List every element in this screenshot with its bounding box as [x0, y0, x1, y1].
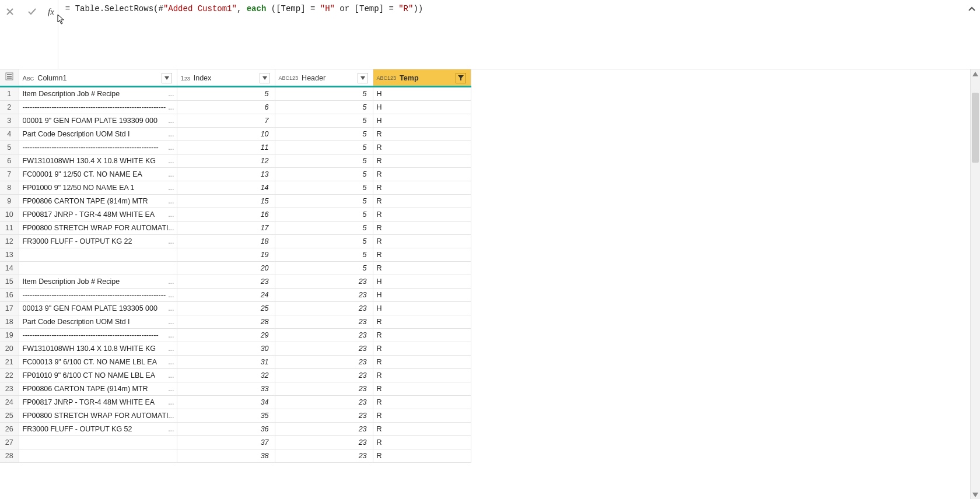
cell-header[interactable]: 5: [275, 154, 373, 168]
row-number[interactable]: 1: [0, 87, 19, 101]
row-number[interactable]: 21: [0, 356, 19, 369]
row-number[interactable]: 4: [0, 128, 19, 141]
cell-header[interactable]: 5: [275, 128, 373, 141]
column-header-index[interactable]: 123 Index: [177, 69, 275, 87]
cell-column1[interactable]: Part Code Description UOM Std I...: [19, 315, 177, 329]
fx-icon[interactable]: fx: [48, 7, 54, 17]
cell-header[interactable]: 23: [275, 315, 373, 329]
row-number[interactable]: 18: [0, 315, 19, 329]
cell-index[interactable]: 37: [177, 436, 275, 449]
row-number[interactable]: 11: [0, 222, 19, 235]
cell-index[interactable]: 29: [177, 329, 275, 342]
row-number[interactable]: 13: [0, 248, 19, 262]
cell-column1[interactable]: 00013 9" GEN FOAM PLATE 193305 000...: [19, 302, 177, 315]
table-row[interactable]: 9 FP00806 CARTON TAPE (914m) MTR ...155R: [0, 195, 471, 208]
cell-column1[interactable]: FW1310108WH 130.4 X 10.8 WHITE KG ...: [19, 342, 177, 356]
cell-temp[interactable]: H: [373, 289, 471, 302]
cell-temp[interactable]: R: [373, 208, 471, 222]
cell-column1[interactable]: FR3000 FLUFF - OUTPUT KG 22...: [19, 235, 177, 248]
cell-column1[interactable]: FP00817 JNRP - TGR-4 48M WHITE EA ...: [19, 396, 177, 409]
cell-index[interactable]: 32: [177, 369, 275, 382]
cell-header[interactable]: 23: [275, 436, 373, 449]
cell-temp[interactable]: R: [373, 128, 471, 141]
table-row[interactable]: 27 ...3723R: [0, 436, 471, 449]
row-number[interactable]: 8: [0, 181, 19, 195]
row-number[interactable]: 26: [0, 423, 19, 436]
table-row[interactable]: 12 FR3000 FLUFF - OUTPUT KG 22...185R: [0, 235, 471, 248]
cell-header[interactable]: 5: [275, 195, 373, 208]
cell-temp[interactable]: R: [373, 235, 471, 248]
cell-index[interactable]: 11: [177, 141, 275, 154]
cell-temp[interactable]: R: [373, 342, 471, 356]
table-row[interactable]: 10 FP00817 JNRP - TGR-4 48M WHITE EA ...…: [0, 208, 471, 222]
table-row[interactable]: 19 -------------------------------------…: [0, 329, 471, 342]
cell-temp[interactable]: R: [373, 382, 471, 396]
cell-header[interactable]: 23: [275, 275, 373, 289]
table-row[interactable]: 13 ...195R: [0, 248, 471, 262]
table-row[interactable]: 18 Part Code Description UOM Std I...282…: [0, 315, 471, 329]
row-number[interactable]: 5: [0, 141, 19, 154]
cell-temp[interactable]: R: [373, 423, 471, 436]
cell-index[interactable]: 19: [177, 248, 275, 262]
cell-header[interactable]: 23: [275, 382, 373, 396]
cell-header[interactable]: 23: [275, 409, 373, 423]
row-number[interactable]: 2: [0, 101, 19, 114]
cell-index[interactable]: 38: [177, 449, 275, 463]
table-row[interactable]: 14 ...205R: [0, 262, 471, 275]
cell-temp[interactable]: R: [373, 315, 471, 329]
table-row[interactable]: 11 FP00800 STRETCH WRAP FOR AUTOMATI ...…: [0, 222, 471, 235]
cell-column1[interactable]: Item Description Job # Recipe...: [19, 275, 177, 289]
table-row[interactable]: 23 FP00806 CARTON TAPE (914m) MTR ...332…: [0, 382, 471, 396]
cell-column1[interactable]: Part Code Description UOM Std I...: [19, 128, 177, 141]
cell-temp[interactable]: R: [373, 356, 471, 369]
table-row[interactable]: 21 FC00013 9" 6/100 CT. NO NAME LBL EA .…: [0, 356, 471, 369]
cell-header[interactable]: 5: [275, 168, 373, 181]
row-number[interactable]: 25: [0, 409, 19, 423]
table-row[interactable]: 15Item Description Job # Recipe...2323H: [0, 275, 471, 289]
cell-column1[interactable]: FP00800 STRETCH WRAP FOR AUTOMATI ...: [19, 409, 177, 423]
row-number[interactable]: 20: [0, 342, 19, 356]
cell-index[interactable]: 36: [177, 423, 275, 436]
table-row[interactable]: 6 FW1310108WH 130.4 X 10.8 WHITE KG ...1…: [0, 154, 471, 168]
cell-temp[interactable]: R: [373, 396, 471, 409]
cell-temp[interactable]: R: [373, 449, 471, 463]
table-row[interactable]: 26 FR3000 FLUFF - OUTPUT KG 52...3623R: [0, 423, 471, 436]
row-number[interactable]: 16: [0, 289, 19, 302]
cell-temp[interactable]: R: [373, 369, 471, 382]
table-row[interactable]: 5 --------------------------------------…: [0, 141, 471, 154]
vertical-scrollbar[interactable]: [970, 69, 980, 499]
cell-header[interactable]: 23: [275, 356, 373, 369]
cell-index[interactable]: 16: [177, 208, 275, 222]
formula-input[interactable]: = Table.SelectRows(#"Added Custom1", eac…: [58, 0, 964, 69]
cell-index[interactable]: 35: [177, 409, 275, 423]
cell-column1[interactable]: ...: [19, 248, 177, 262]
cell-column1[interactable]: ----------------------------------------…: [19, 101, 177, 114]
cell-header[interactable]: 5: [275, 248, 373, 262]
cell-index[interactable]: 23: [177, 275, 275, 289]
cell-header[interactable]: 5: [275, 222, 373, 235]
cell-temp[interactable]: R: [373, 141, 471, 154]
filter-dropdown-icon[interactable]: [358, 73, 368, 83]
row-number[interactable]: 3: [0, 114, 19, 128]
cell-column1[interactable]: FP01010 9" 6/100 CT NO NAME LBL EA ...: [19, 369, 177, 382]
cell-index[interactable]: 25: [177, 302, 275, 315]
table-row[interactable]: 300001 9" GEN FOAM PLATE 193309 000...75…: [0, 114, 471, 128]
cell-temp[interactable]: R: [373, 154, 471, 168]
cell-index[interactable]: 12: [177, 154, 275, 168]
expand-formula-icon[interactable]: [964, 2, 980, 16]
table-row[interactable]: 25 FP00800 STRETCH WRAP FOR AUTOMATI ...…: [0, 409, 471, 423]
cell-temp[interactable]: R: [373, 262, 471, 275]
cell-column1[interactable]: 00001 9" GEN FOAM PLATE 193309 000...: [19, 114, 177, 128]
confirm-icon[interactable]: [26, 5, 38, 18]
cell-temp[interactable]: R: [373, 248, 471, 262]
cell-temp[interactable]: H: [373, 87, 471, 101]
row-number[interactable]: 6: [0, 154, 19, 168]
cell-index[interactable]: 13: [177, 168, 275, 181]
cell-index[interactable]: 6: [177, 101, 275, 114]
cell-header[interactable]: 5: [275, 181, 373, 195]
cell-header[interactable]: 5: [275, 114, 373, 128]
cell-column1[interactable]: FP01000 9" 12/50 NO NAME EA 1...: [19, 181, 177, 195]
cell-index[interactable]: 10: [177, 128, 275, 141]
cell-column1[interactable]: FC00001 9" 12/50 CT. NO NAME EA ...: [19, 168, 177, 181]
cell-header[interactable]: 23: [275, 329, 373, 342]
